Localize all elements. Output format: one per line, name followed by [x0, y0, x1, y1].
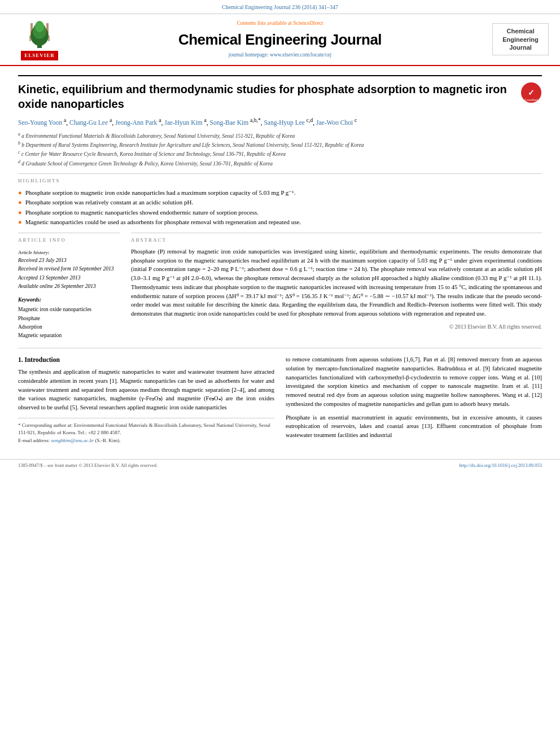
highlight-item-3: ● Phosphate sorption to magnetic nanopar… — [18, 208, 542, 217]
highlights-header: HIGHLIGHTS — [18, 173, 542, 185]
keyword-1: Magnetic iron oxide nanoparticles — [18, 305, 120, 314]
bottom-bar: 1385-8947/$ – see front matter © 2013 El… — [0, 459, 560, 472]
affiliation-a: a a Environmental Functional Materials &… — [18, 131, 542, 140]
abstract-text: Phosphate (P) removal by magnetic iron o… — [131, 247, 542, 318]
highlight-item-4: ● Magnetic nanoparticles could be used a… — [18, 217, 542, 227]
bullet-icon: ● — [18, 208, 22, 217]
bottom-doi: http://dx.doi.org/10.1016/j.cej.2013.09.… — [460, 462, 542, 469]
intro-para1: The synthesis and application of magneti… — [18, 368, 274, 412]
highlights-list: ● Phosphate sorption to magnetic iron ox… — [18, 188, 542, 228]
crossmark-icon: ✓ CrossMark — [520, 82, 542, 103]
body-right-col: to remove contaminants from aqueous solu… — [286, 355, 542, 444]
article-history: Article history: Received 23 July 2013 R… — [18, 248, 120, 291]
article-title-section: Kinetic, equilibrium and thermodynamic s… — [18, 75, 542, 111]
keyword-3: Adsorption — [18, 323, 120, 331]
elsevier-tree-icon — [23, 19, 56, 50]
footnote-email: E-mail address: songbkim@snu.ac.kr (S.-B… — [18, 437, 274, 445]
body-content: 1. Introduction The synthesis and applic… — [18, 348, 542, 444]
main-content: Kinetic, equilibrium and thermodynamic s… — [0, 66, 560, 454]
keyword-2: Phosphate — [18, 314, 120, 323]
highlight-item-2: ● Phosphate sorption was relatively cons… — [18, 198, 542, 207]
intro-para2: to remove contaminants from aqueous solu… — [286, 355, 542, 409]
journal-header: ELSEVIER Contents lists available at Sci… — [0, 14, 560, 66]
affiliation-b: b b Department of Rural Systems Engineer… — [18, 140, 542, 149]
svg-text:CrossMark: CrossMark — [524, 98, 539, 102]
keywords-title: Keywords: — [18, 296, 120, 304]
keyword-4: Magnetic separation — [18, 331, 120, 340]
bullet-icon: ● — [18, 218, 22, 226]
journal-citation: Chemical Engineering Journal 236 (2014) … — [222, 4, 338, 10]
svg-text:✓: ✓ — [528, 88, 535, 97]
abstract-col: ABSTRACT Phosphate (P) removal by magnet… — [131, 233, 542, 340]
crossmark-badge: ✓ CrossMark — [520, 82, 542, 103]
svg-point-3 — [35, 21, 44, 32]
svg-rect-5 — [46, 23, 49, 33]
highlight-item-1: ● Phosphate sorption to magnetic iron ox… — [18, 188, 542, 198]
body-left-col: 1. Introduction The synthesis and applic… — [18, 355, 274, 444]
affiliation-d: d d Graduate School of Convergence Green… — [18, 159, 542, 168]
keywords-section: Keywords: Magnetic iron oxide nanopartic… — [18, 296, 120, 340]
svg-rect-7 — [48, 36, 50, 41]
journal-logo-box-section: Chemical Engineering Journal — [492, 23, 549, 55]
copyright-note: © 2013 Elsevier B.V. All rights reserved… — [131, 323, 542, 331]
sciencedirect-name: ScienceDirect — [293, 20, 323, 26]
bullet-icon: ● — [18, 189, 22, 197]
article-title: Kinetic, equilibrium and thermodynamic s… — [18, 82, 520, 111]
elsevier-logo-section: ELSEVIER — [11, 19, 68, 60]
footnotes: * Corresponding author at: Environmental… — [18, 418, 274, 445]
elsevier-logo: ELSEVIER — [11, 19, 68, 60]
article-info-abstract: ARTICLE INFO Article history: Received 2… — [18, 233, 542, 340]
sciencedirect-link: Contents lists available at ScienceDirec… — [73, 20, 487, 27]
journal-url: www.elsevier.com/locate/cej — [270, 52, 331, 58]
abstract-header: ABSTRACT — [131, 237, 542, 244]
journal-title: Chemical Engineering Journal — [73, 29, 487, 50]
article-info-col: ARTICLE INFO Article history: Received 2… — [18, 233, 120, 340]
footnote-corresponding: * Corresponding author at: Environmental… — [18, 422, 274, 437]
intro-para3: Phosphate is an essential macronutrient … — [286, 413, 542, 440]
article-info-header: ARTICLE INFO — [18, 237, 120, 244]
journal-citation-bar: Chemical Engineering Journal 236 (2014) … — [0, 0, 560, 14]
bullet-icon: ● — [18, 198, 22, 207]
intro-title: 1. Introduction — [18, 355, 274, 364]
authors: Seo-Young Yoon a, Chang-Gu Lee a, Jeong-… — [18, 117, 542, 128]
elsevier-label: ELSEVIER — [21, 51, 58, 60]
affiliations: a a Environmental Functional Materials &… — [18, 131, 542, 168]
bottom-issn: 1385-8947/$ – see front matter © 2013 El… — [18, 462, 158, 469]
svg-rect-6 — [29, 36, 31, 41]
journal-title-section: Contents lists available at ScienceDirec… — [73, 20, 487, 59]
keywords-list: Magnetic iron oxide nanoparticles Phosph… — [18, 305, 120, 340]
journal-logo-box: Chemical Engineering Journal — [492, 23, 549, 55]
svg-rect-4 — [30, 23, 33, 33]
affiliation-c: c c Center for Water Resource Cycle Rese… — [18, 149, 542, 158]
authors-text: Seo-Young Yoon a, Chang-Gu Lee a, Jeong-… — [18, 119, 357, 126]
footnote-email-address: songbkim@snu.ac.kr — [51, 438, 94, 443]
journal-homepage: journal homepage: www.elsevier.com/locat… — [73, 51, 487, 59]
